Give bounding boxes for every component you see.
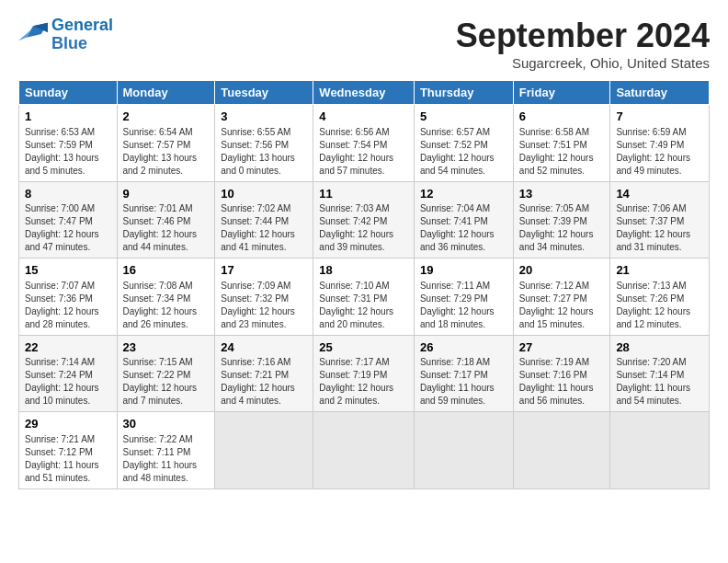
day-info: Sunrise: 7:03 AMSunset: 7:42 PMDaylight:…: [319, 202, 408, 254]
day-number: 21: [616, 262, 703, 279]
day-info: Sunrise: 7:21 AMSunset: 7:12 PMDaylight:…: [25, 433, 111, 485]
day-info: Sunrise: 6:53 AMSunset: 7:59 PMDaylight:…: [25, 126, 111, 178]
day-info: Sunrise: 7:22 AMSunset: 7:11 PMDaylight:…: [123, 433, 210, 485]
day-number: 15: [25, 262, 111, 279]
day-cell: 26Sunrise: 7:18 AMSunset: 7:17 PMDayligh…: [414, 335, 513, 412]
week-row-2: 8Sunrise: 7:00 AMSunset: 7:47 PMDaylight…: [19, 181, 710, 259]
day-info: Sunrise: 7:19 AMSunset: 7:16 PMDaylight:…: [519, 356, 605, 408]
logo-blue: Blue: [51, 34, 87, 52]
day-number: 20: [519, 262, 605, 279]
logo-general: General: [51, 16, 113, 34]
day-number: 17: [221, 262, 307, 279]
page: General Blue September 2024 Sugarcreek, …: [0, 0, 728, 499]
day-number: 22: [25, 339, 111, 356]
day-number: 2: [123, 109, 210, 125]
day-number: 24: [221, 339, 307, 356]
day-cell: 14Sunrise: 7:06 AMSunset: 7:37 PMDayligh…: [610, 181, 710, 259]
day-number: 11: [319, 186, 408, 202]
week-row-5: 29Sunrise: 7:21 AMSunset: 7:12 PMDayligh…: [19, 412, 710, 489]
subtitle: Sugarcreek, Ohio, United States: [456, 55, 710, 71]
day-info: Sunrise: 7:14 AMSunset: 7:24 PMDaylight:…: [25, 356, 111, 408]
day-info: Sunrise: 7:18 AMSunset: 7:17 PMDaylight:…: [420, 356, 507, 408]
day-cell: [414, 412, 513, 489]
day-number: 27: [519, 339, 605, 356]
day-number: 16: [123, 262, 210, 279]
day-info: Sunrise: 7:01 AMSunset: 7:46 PMDaylight:…: [123, 202, 210, 254]
day-cell: 20Sunrise: 7:12 AMSunset: 7:27 PMDayligh…: [513, 259, 610, 336]
col-sunday: Sunday: [19, 81, 118, 105]
title-block: September 2024 Sugarcreek, Ohio, United …: [456, 17, 710, 71]
col-monday: Monday: [117, 81, 215, 105]
day-number: 12: [420, 186, 507, 202]
week-row-4: 22Sunrise: 7:14 AMSunset: 7:24 PMDayligh…: [19, 335, 710, 412]
day-cell: 27Sunrise: 7:19 AMSunset: 7:16 PMDayligh…: [513, 335, 610, 412]
day-cell: 12Sunrise: 7:04 AMSunset: 7:41 PMDayligh…: [414, 181, 513, 259]
day-info: Sunrise: 7:12 AMSunset: 7:27 PMDaylight:…: [519, 280, 605, 331]
day-info: Sunrise: 6:58 AMSunset: 7:51 PMDaylight:…: [519, 126, 605, 178]
day-cell: 5Sunrise: 6:57 AMSunset: 7:52 PMDaylight…: [414, 105, 513, 182]
day-cell: 11Sunrise: 7:03 AMSunset: 7:42 PMDayligh…: [313, 181, 415, 259]
day-info: Sunrise: 7:02 AMSunset: 7:44 PMDaylight:…: [221, 202, 307, 254]
day-info: Sunrise: 7:20 AMSunset: 7:14 PMDaylight:…: [616, 356, 703, 408]
day-info: Sunrise: 7:04 AMSunset: 7:41 PMDaylight:…: [420, 202, 507, 254]
day-cell: 6Sunrise: 6:58 AMSunset: 7:51 PMDaylight…: [513, 105, 610, 182]
day-cell: [313, 412, 415, 489]
day-number: 1: [25, 109, 111, 125]
day-number: 28: [616, 339, 703, 356]
day-info: Sunrise: 6:55 AMSunset: 7:56 PMDaylight:…: [221, 126, 307, 178]
day-cell: 15Sunrise: 7:07 AMSunset: 7:36 PMDayligh…: [19, 259, 118, 336]
day-number: 3: [221, 109, 307, 125]
logo-bird-icon: [18, 22, 48, 48]
day-cell: 13Sunrise: 7:05 AMSunset: 7:39 PMDayligh…: [513, 181, 610, 259]
day-info: Sunrise: 6:56 AMSunset: 7:54 PMDaylight:…: [319, 126, 408, 178]
day-cell: 24Sunrise: 7:16 AMSunset: 7:21 PMDayligh…: [215, 335, 313, 412]
header: General Blue September 2024 Sugarcreek, …: [18, 17, 710, 71]
day-cell: [610, 412, 710, 489]
day-number: 26: [420, 339, 507, 356]
day-cell: 23Sunrise: 7:15 AMSunset: 7:22 PMDayligh…: [117, 335, 215, 412]
day-cell: 7Sunrise: 6:59 AMSunset: 7:49 PMDaylight…: [610, 105, 710, 182]
day-info: Sunrise: 7:00 AMSunset: 7:47 PMDaylight:…: [25, 202, 111, 254]
day-info: Sunrise: 7:15 AMSunset: 7:22 PMDaylight:…: [123, 356, 210, 408]
day-cell: 19Sunrise: 7:11 AMSunset: 7:29 PMDayligh…: [414, 259, 513, 336]
day-number: 5: [420, 109, 507, 125]
day-info: Sunrise: 7:16 AMSunset: 7:21 PMDaylight:…: [221, 356, 307, 408]
day-number: 25: [319, 339, 408, 356]
day-cell: 29Sunrise: 7:21 AMSunset: 7:12 PMDayligh…: [19, 412, 118, 489]
day-info: Sunrise: 7:11 AMSunset: 7:29 PMDaylight:…: [420, 280, 507, 331]
day-number: 6: [519, 109, 605, 125]
day-number: 19: [420, 262, 507, 279]
day-cell: 3Sunrise: 6:55 AMSunset: 7:56 PMDaylight…: [215, 105, 313, 182]
day-number: 10: [221, 186, 307, 202]
col-thursday: Thursday: [414, 81, 513, 105]
day-cell: 22Sunrise: 7:14 AMSunset: 7:24 PMDayligh…: [19, 335, 118, 412]
day-cell: [513, 412, 610, 489]
day-info: Sunrise: 7:08 AMSunset: 7:34 PMDaylight:…: [123, 280, 210, 331]
day-cell: 8Sunrise: 7:00 AMSunset: 7:47 PMDaylight…: [19, 181, 118, 259]
week-row-1: 1Sunrise: 6:53 AMSunset: 7:59 PMDaylight…: [19, 105, 710, 182]
calendar-table: Sunday Monday Tuesday Wednesday Thursday…: [18, 80, 710, 489]
day-cell: 16Sunrise: 7:08 AMSunset: 7:34 PMDayligh…: [117, 259, 215, 336]
day-number: 29: [25, 416, 111, 432]
day-info: Sunrise: 7:07 AMSunset: 7:36 PMDaylight:…: [25, 280, 111, 331]
day-cell: 1Sunrise: 6:53 AMSunset: 7:59 PMDaylight…: [19, 105, 118, 182]
header-row: Sunday Monday Tuesday Wednesday Thursday…: [19, 81, 710, 105]
col-wednesday: Wednesday: [313, 81, 415, 105]
day-cell: 2Sunrise: 6:54 AMSunset: 7:57 PMDaylight…: [117, 105, 215, 182]
day-cell: 25Sunrise: 7:17 AMSunset: 7:19 PMDayligh…: [313, 335, 415, 412]
day-info: Sunrise: 7:06 AMSunset: 7:37 PMDaylight:…: [616, 202, 703, 254]
logo-text: General Blue: [51, 17, 113, 53]
day-info: Sunrise: 6:59 AMSunset: 7:49 PMDaylight:…: [616, 126, 703, 178]
day-info: Sunrise: 6:57 AMSunset: 7:52 PMDaylight:…: [420, 126, 507, 178]
day-info: Sunrise: 7:05 AMSunset: 7:39 PMDaylight:…: [519, 202, 605, 254]
day-number: 8: [25, 186, 111, 202]
day-number: 14: [616, 186, 703, 202]
day-cell: 28Sunrise: 7:20 AMSunset: 7:14 PMDayligh…: [610, 335, 710, 412]
day-cell: 18Sunrise: 7:10 AMSunset: 7:31 PMDayligh…: [313, 259, 415, 336]
day-cell: 9Sunrise: 7:01 AMSunset: 7:46 PMDaylight…: [117, 181, 215, 259]
week-row-3: 15Sunrise: 7:07 AMSunset: 7:36 PMDayligh…: [19, 259, 710, 336]
day-number: 30: [123, 416, 210, 432]
day-number: 9: [123, 186, 210, 202]
day-info: Sunrise: 7:17 AMSunset: 7:19 PMDaylight:…: [319, 356, 408, 408]
day-cell: 10Sunrise: 7:02 AMSunset: 7:44 PMDayligh…: [215, 181, 313, 259]
